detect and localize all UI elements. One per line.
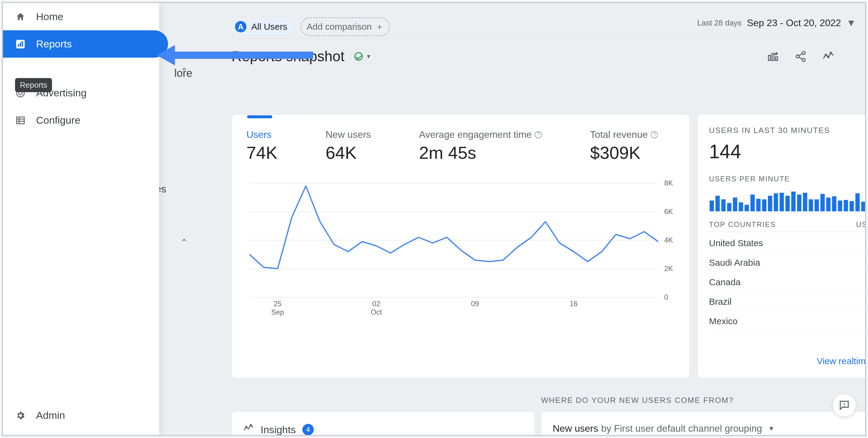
svg-rect-61 (850, 201, 854, 211)
svg-rect-39 (721, 199, 725, 211)
insights-spark-icon (243, 423, 254, 436)
channel-heading-rest: by First user default channel grouping (601, 423, 762, 434)
realtime-country-row: Canada9 (709, 271, 866, 291)
metric-label: Total revenue? (590, 129, 658, 140)
svg-rect-2 (775, 57, 778, 60)
svg-rect-56 (820, 194, 825, 211)
nav-item-label: Home (36, 11, 63, 23)
svg-rect-57 (826, 198, 831, 211)
svg-point-68 (246, 426, 247, 428)
svg-point-4 (796, 55, 799, 58)
svg-rect-59 (838, 201, 842, 211)
primary-nav-panel: Home Reports Reports Advertising Configu… (3, 3, 159, 435)
insights-spark-icon[interactable] (822, 50, 835, 63)
svg-line-6 (799, 54, 802, 56)
svg-rect-17 (17, 117, 24, 124)
realtime-subheading: USERS PER MINUTE (709, 175, 866, 183)
svg-point-69 (250, 425, 252, 426)
svg-rect-45 (756, 199, 761, 211)
svg-rect-48 (774, 193, 778, 211)
card-insights: Insights 4 INSIGHT New (231, 411, 535, 436)
country-name: United States (709, 238, 763, 248)
report-status-pill[interactable]: ▾ (350, 49, 375, 63)
svg-text:Sep: Sep (271, 308, 284, 316)
chevron-up-icon[interactable]: ⌃ (180, 66, 188, 76)
chevron-down-icon: ▾ (367, 53, 370, 60)
annotation-arrow-icon (157, 45, 313, 65)
nav-item-home[interactable]: Home (3, 3, 159, 30)
channel-dimension-dropdown[interactable]: New users by First user default channel … (553, 423, 866, 434)
svg-rect-51 (792, 192, 796, 211)
add-comparison-label: Add comparison (307, 22, 372, 32)
country-name: Canada (709, 277, 741, 287)
help-icon[interactable]: ? (535, 131, 542, 138)
svg-rect-63 (861, 202, 865, 211)
realtime-country-row: Brazil2 (709, 291, 866, 310)
date-range-value: Sep 23 - Oct 20, 2022 (747, 18, 841, 29)
section-label-new-users: WHERE DO YOUR NEW USERS COME FROM? (541, 396, 734, 405)
svg-text:Oct: Oct (371, 308, 382, 316)
metric-new-users[interactable]: New users64K (326, 129, 371, 163)
nav-tooltip: Reports (15, 78, 52, 92)
check-circle-icon (354, 52, 363, 61)
insights-count-badge: 4 (302, 424, 314, 435)
nav-item-label: Admin (36, 409, 65, 421)
help-icon[interactable]: ? (651, 131, 658, 138)
users-line-chart[interactable]: 02K4K6K8K25Sep02Oct0916 (246, 180, 685, 318)
add-comparison-button[interactable]: Add comparison ＋ (301, 18, 390, 36)
customize-report-icon[interactable] (767, 50, 780, 63)
realtime-heading: USERS IN LAST 30 MINUTES (709, 126, 866, 135)
date-range-prefix: Last 28 days (697, 18, 741, 28)
metric-value: 2m 45s (419, 143, 542, 163)
header-divider (231, 38, 835, 39)
svg-rect-55 (814, 199, 819, 211)
configure-icon (15, 115, 26, 126)
nav-item-admin[interactable]: Admin (3, 402, 159, 429)
reports-icon (15, 39, 26, 49)
home-icon (15, 11, 26, 22)
chevron-down-icon: ▼ (846, 18, 856, 29)
svg-rect-53 (803, 193, 807, 211)
metric-users[interactable]: Users74K (246, 129, 277, 163)
svg-line-7 (799, 57, 802, 59)
svg-rect-60 (844, 200, 848, 211)
metric-value: 64K (326, 143, 371, 163)
svg-rect-38 (715, 196, 719, 211)
date-range-picker[interactable]: Last 28 days Sep 23 - Oct 20, 2022 ▼ (697, 18, 856, 29)
nav-item-reports[interactable]: Reports (3, 30, 168, 58)
metric-average-engagement-time[interactable]: Average engagement time?2m 45s (419, 129, 542, 163)
svg-rect-13 (20, 42, 21, 46)
svg-rect-41 (733, 198, 737, 211)
svg-rect-58 (832, 196, 836, 211)
svg-text:09: 09 (471, 300, 479, 308)
feedback-chat-button[interactable] (833, 394, 856, 417)
svg-text:02: 02 (372, 300, 380, 308)
svg-rect-47 (768, 196, 772, 211)
svg-rect-43 (744, 205, 749, 211)
svg-rect-50 (785, 196, 789, 211)
share-icon[interactable] (794, 50, 807, 63)
chevron-down-icon: ▼ (768, 425, 775, 433)
metric-total-revenue[interactable]: Total revenue?$309K (590, 129, 658, 163)
svg-rect-14 (22, 41, 23, 46)
realtime-sparkline-chart (709, 190, 866, 211)
country-name: Saudi Arabia (709, 258, 760, 268)
svg-point-10 (830, 52, 832, 54)
svg-rect-44 (750, 195, 755, 211)
view-realtime-link[interactable]: View realtime (816, 356, 866, 367)
nav-item-label: Configure (36, 114, 80, 126)
svg-rect-54 (809, 199, 813, 211)
nav-item-configure[interactable]: Configure (3, 107, 159, 134)
metric-label: Users (246, 129, 277, 140)
gear-icon (15, 410, 26, 421)
realtime-users-value: 144 (709, 140, 866, 163)
metric-value: $309K (590, 143, 658, 163)
segment-all-users-pill[interactable]: A All Users (231, 18, 294, 35)
svg-rect-49 (780, 193, 784, 211)
chevron-up-icon[interactable]: ⌃ (180, 237, 188, 248)
segment-badge-icon: A (235, 21, 246, 32)
realtime-country-row: Mexico2 (709, 310, 866, 330)
plus-icon: ＋ (375, 21, 384, 32)
svg-point-5 (802, 58, 805, 61)
svg-text:2K: 2K (664, 265, 673, 273)
